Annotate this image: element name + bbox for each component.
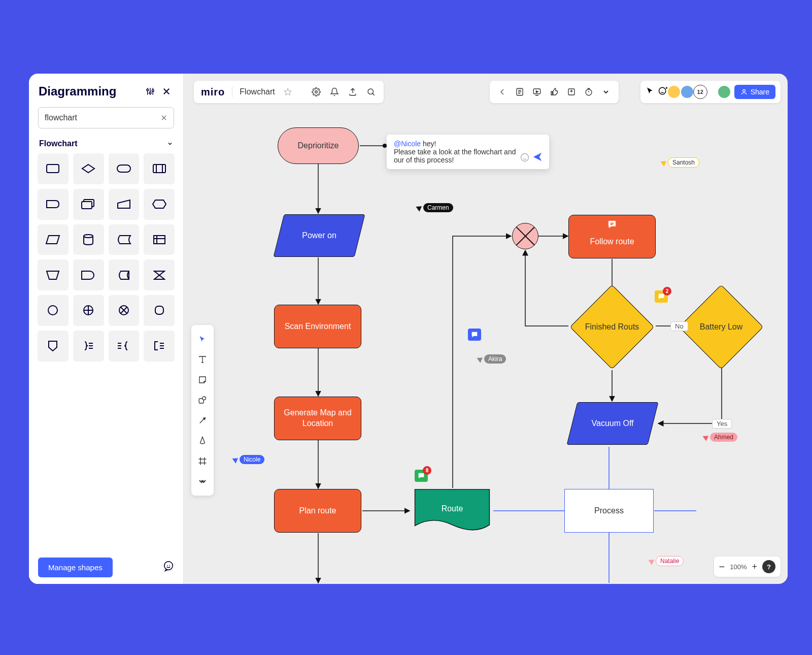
svg-rect-12 <box>117 165 130 172</box>
svg-marker-18 <box>118 200 130 208</box>
svg-rect-22 <box>154 236 165 244</box>
cursor-nicole: Nicole <box>233 455 264 464</box>
shape-direct-data[interactable] <box>109 259 140 290</box>
diagramming-panel: Diagramming Flowchart <box>29 74 184 584</box>
panel-title: Diagramming <box>39 84 141 99</box>
shape-terminator[interactable] <box>109 153 140 184</box>
node-summing-junction[interactable] <box>512 223 538 249</box>
shape-preparation[interactable] <box>144 189 175 220</box>
shape-database[interactable] <box>73 224 104 255</box>
svg-point-4 <box>149 92 151 94</box>
comment-icon <box>606 219 618 230</box>
comment-badge-green[interactable]: 8 <box>415 470 428 482</box>
app-frame: Diagramming Flowchart <box>29 74 788 584</box>
svg-marker-11 <box>82 165 94 173</box>
shape-search-input[interactable] <box>38 107 174 128</box>
node-battery-low[interactable]: Battery Low <box>691 297 751 357</box>
canvas[interactable]: Deprioritize Power on Scan Environment G… <box>184 74 788 584</box>
shape-note[interactable] <box>144 331 175 362</box>
feedback-icon[interactable] <box>163 561 174 574</box>
svg-point-46 <box>164 562 173 570</box>
close-icon[interactable] <box>159 84 174 99</box>
settings-sliders-icon[interactable] <box>143 84 157 99</box>
clear-icon[interactable] <box>160 114 167 121</box>
shape-multidoc[interactable] <box>73 189 104 220</box>
shape-brace-both[interactable] <box>109 331 140 362</box>
svg-rect-10 <box>47 165 59 173</box>
shape-manual-op[interactable] <box>38 259 69 290</box>
shape-brace-right[interactable] <box>73 331 104 362</box>
svg-rect-17 <box>82 202 92 209</box>
comment-badge-blue[interactable] <box>468 329 481 341</box>
node-deprioritize[interactable]: Deprioritize <box>278 127 359 164</box>
svg-marker-25 <box>47 271 59 279</box>
shape-delay[interactable] <box>73 259 104 290</box>
svg-point-28 <box>48 306 57 315</box>
shape-rect[interactable] <box>38 153 69 184</box>
shape-connector-sq[interactable] <box>144 295 175 326</box>
shape-or[interactable] <box>109 295 140 326</box>
cursor-natalie: Natalie <box>650 556 684 566</box>
cursor-santosh: Santosh <box>662 157 699 168</box>
shape-summing[interactable] <box>73 295 104 326</box>
shape-data[interactable] <box>38 224 69 255</box>
node-scan-env[interactable]: Scan Environment <box>274 305 361 348</box>
shapes-grid <box>29 153 183 362</box>
svg-marker-27 <box>154 275 164 279</box>
svg-point-21 <box>84 235 93 238</box>
comment-popup[interactable]: @Nicole hey! Please take a look at the f… <box>387 135 549 169</box>
node-follow-route[interactable]: Follow route <box>568 215 656 258</box>
shape-collate[interactable] <box>144 259 175 290</box>
send-comment-icon[interactable] <box>532 151 543 164</box>
category-label: Flowchart <box>39 139 167 148</box>
node-power-on[interactable]: Power on <box>279 214 360 257</box>
node-vacuum-off[interactable]: Vacuum Off <box>572 402 653 445</box>
svg-marker-20 <box>46 236 59 244</box>
comment-mention: @Nicole <box>394 140 421 148</box>
node-process[interactable]: Process <box>564 489 654 533</box>
comment-badge-yellow[interactable]: 2 <box>655 290 668 303</box>
manage-shapes-button[interactable]: Manage shapes <box>38 558 113 577</box>
shape-predefined[interactable] <box>144 153 175 184</box>
node-route[interactable]: Route <box>411 488 494 534</box>
shape-internal-storage[interactable] <box>144 224 175 255</box>
edge-label-no: No <box>670 321 688 331</box>
search-field[interactable] <box>45 113 160 122</box>
shape-manual-input[interactable] <box>109 189 140 220</box>
edge-label-yes: Yes <box>712 419 732 429</box>
svg-point-95 <box>521 154 529 161</box>
cursor-ahmed: Ahmed <box>704 433 737 442</box>
svg-point-92 <box>383 144 387 148</box>
category-flowchart[interactable]: Flowchart <box>29 130 183 153</box>
svg-rect-35 <box>155 306 163 314</box>
chevron-down-icon <box>167 141 173 147</box>
node-finished-routs[interactable]: Finished Routs <box>582 297 642 357</box>
shape-stored-data[interactable] <box>109 224 140 255</box>
svg-point-5 <box>152 90 154 92</box>
svg-rect-13 <box>153 165 165 173</box>
emoji-picker-icon[interactable] <box>520 152 530 164</box>
shape-display[interactable] <box>38 189 69 220</box>
svg-marker-36 <box>49 341 57 351</box>
svg-point-3 <box>147 89 149 91</box>
svg-marker-19 <box>153 200 166 208</box>
node-gen-map[interactable]: Generate Map and Location <box>274 397 361 440</box>
cursor-akira: Akira <box>478 354 506 364</box>
cursor-carmen: Carmen <box>417 203 453 212</box>
shape-offpage[interactable] <box>38 331 69 362</box>
node-plan-route[interactable]: Plan route <box>274 489 361 533</box>
shape-circle[interactable] <box>38 295 69 326</box>
shape-decision[interactable] <box>73 153 104 184</box>
